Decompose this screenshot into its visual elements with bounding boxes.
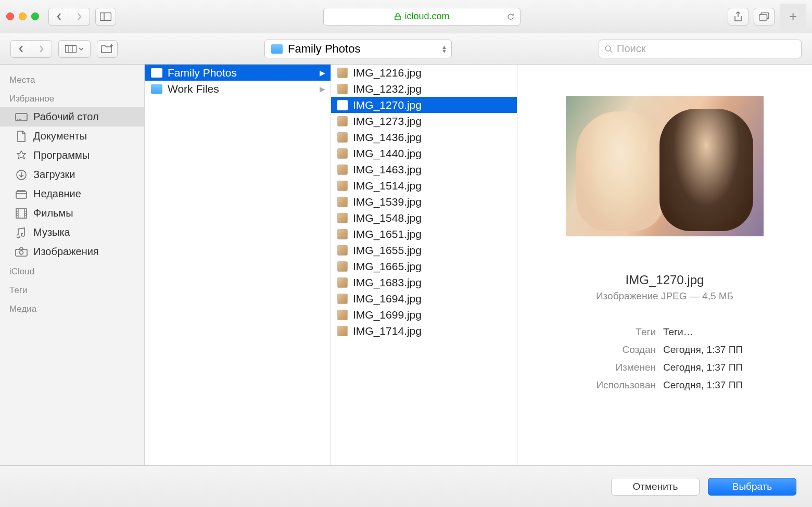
view-mode-button[interactable] <box>58 40 91 58</box>
file-thumbnail-icon <box>337 310 348 320</box>
music-icon <box>15 227 28 238</box>
file-thumbnail-icon <box>337 132 348 143</box>
file-thumbnail-icon <box>337 84 348 94</box>
sidebar-item-music[interactable]: Музыка <box>0 223 144 242</box>
picker-back-button[interactable] <box>10 40 31 58</box>
file-row[interactable]: IMG_1463.jpg <box>331 161 517 178</box>
cancel-label: Отменить <box>633 481 678 492</box>
movies-icon <box>15 208 28 219</box>
stepper-icon: ▲▼ <box>441 45 447 53</box>
file-row[interactable]: IMG_1539.jpg <box>331 194 517 210</box>
reload-button[interactable] <box>506 12 515 21</box>
column-folders: Family Photos▶Work Files▶ <box>145 65 331 465</box>
choose-button[interactable]: Выбрать <box>708 478 796 496</box>
file-row[interactable]: IMG_1651.jpg <box>331 226 517 242</box>
file-row[interactable]: IMG_1232.jpg <box>331 81 517 97</box>
column-files: IMG_1216.jpgIMG_1232.jpgIMG_1270.jpgIMG_… <box>331 65 517 465</box>
preview-modified-value: Сегодня, 1:37 ПП <box>660 359 795 376</box>
file-label: IMG_1436.jpg <box>353 131 422 144</box>
file-row[interactable]: IMG_1683.jpg <box>331 274 517 290</box>
sidebar-item-desktop[interactable]: Рабочий стол <box>0 107 144 126</box>
lock-icon <box>394 12 401 21</box>
file-row[interactable]: IMG_1216.jpg <box>331 65 517 81</box>
file-thumbnail-icon <box>337 326 348 336</box>
pictures-icon <box>15 246 28 258</box>
svg-line-10 <box>610 50 612 53</box>
folder-icon <box>271 44 283 54</box>
desktop-icon <box>15 111 28 123</box>
sidebar-item-recents[interactable]: Недавние <box>0 184 144 204</box>
picker-footer: Отменить Выбрать <box>0 465 812 507</box>
file-thumbnail-icon <box>337 229 348 239</box>
back-button[interactable] <box>48 8 69 26</box>
folder-row[interactable]: Work Files▶ <box>145 81 331 97</box>
sidebar-item-label: Изображения <box>33 246 99 258</box>
file-label: IMG_1270.jpg <box>353 99 422 111</box>
choose-label: Выбрать <box>732 481 772 492</box>
chevron-down-icon <box>79 47 84 51</box>
file-label: IMG_1714.jpg <box>353 325 422 337</box>
file-label: IMG_1539.jpg <box>353 196 422 208</box>
tabs-icon <box>759 12 769 21</box>
forward-button[interactable] <box>69 8 90 26</box>
file-label: IMG_1699.jpg <box>353 309 422 321</box>
sidebar-head-favorites: Избранное <box>0 88 144 107</box>
url-bar[interactable]: icloud.com <box>323 8 521 26</box>
share-icon <box>734 11 742 22</box>
file-row[interactable]: IMG_1548.jpg <box>331 210 517 226</box>
file-thumbnail-icon <box>337 261 348 272</box>
file-row[interactable]: IMG_1665.jpg <box>331 258 517 274</box>
picker-forward-button[interactable] <box>31 40 52 58</box>
recents-icon <box>15 188 28 200</box>
file-row[interactable]: IMG_1699.jpg <box>331 307 517 323</box>
file-row[interactable]: IMG_1714.jpg <box>331 323 517 339</box>
folder-row[interactable]: Family Photos▶ <box>145 65 331 81</box>
file-row[interactable]: IMG_1270.jpg <box>331 97 517 113</box>
chevron-right-icon <box>39 45 44 53</box>
cancel-button[interactable]: Отменить <box>611 478 700 496</box>
zoom-window-button[interactable] <box>31 12 39 20</box>
file-thumbnail-icon <box>337 294 348 304</box>
file-row[interactable]: IMG_1655.jpg <box>331 242 517 258</box>
search-placeholder: Поиск <box>617 43 645 55</box>
file-row[interactable]: IMG_1440.jpg <box>331 145 517 161</box>
sidebar-item-label: Загрузки <box>33 169 75 181</box>
file-row[interactable]: IMG_1436.jpg <box>331 129 517 145</box>
sidebar-item-movies[interactable]: Фильмы <box>0 204 144 223</box>
share-button[interactable] <box>728 8 748 26</box>
preview-metadata-table: Теги Теги… Создан Сегодня, 1:37 ПП Измен… <box>533 323 796 395</box>
file-row[interactable]: IMG_1514.jpg <box>331 178 517 194</box>
sidebar-item-pictures[interactable]: Изображения <box>0 242 144 261</box>
svg-point-12 <box>17 119 18 120</box>
svg-rect-16 <box>16 192 27 198</box>
search-field[interactable]: Поиск <box>599 40 802 58</box>
search-icon <box>604 45 613 53</box>
sidebar-head-tags: Теги <box>0 280 144 299</box>
sidebar-item-downloads[interactable]: Загрузки <box>0 165 144 184</box>
file-row[interactable]: IMG_1273.jpg <box>331 113 517 129</box>
preview-created-label: Создан <box>534 341 659 358</box>
preview-modified-label: Изменен <box>534 359 659 376</box>
new-folder-button[interactable] <box>97 40 118 58</box>
tabs-button[interactable] <box>754 8 775 26</box>
chevron-right-icon: ▶ <box>320 69 325 77</box>
path-dropdown[interactable]: Family Photos ▲▼ <box>264 40 452 58</box>
file-thumbnail-icon <box>337 100 348 110</box>
svg-point-29 <box>20 250 23 254</box>
sidebar-toggle-button[interactable] <box>95 8 116 26</box>
preview-kind: Изображение JPEG — 4,5 МБ <box>596 290 733 302</box>
sidebar-item-label: Программы <box>33 149 90 161</box>
svg-point-14 <box>20 119 21 120</box>
file-row[interactable]: IMG_1694.jpg <box>331 290 517 307</box>
sidebar-head-media: Медиа <box>0 299 144 318</box>
sidebar-item-label: Фильмы <box>33 207 73 219</box>
file-thumbnail-icon <box>337 68 348 78</box>
preview-tags-field[interactable]: Теги… <box>660 324 795 340</box>
file-thumbnail-icon <box>337 164 348 175</box>
reload-icon <box>506 12 515 21</box>
sidebar-item-documents[interactable]: Документы <box>0 126 144 146</box>
close-window-button[interactable] <box>6 12 14 20</box>
new-tab-button[interactable]: + <box>780 4 806 30</box>
minimize-window-button[interactable] <box>19 12 27 20</box>
sidebar-item-applications[interactable]: Программы <box>0 146 144 165</box>
